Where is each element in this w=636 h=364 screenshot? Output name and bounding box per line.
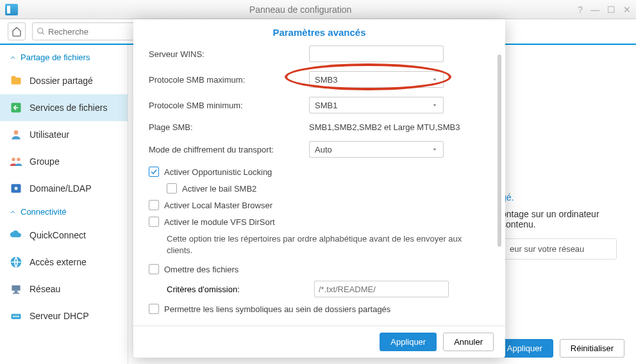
smb-min-select[interactable]: SMB1 [309, 97, 444, 113]
sidebar-item-network[interactable]: Réseau [0, 276, 128, 302]
smb2-lease-checkbox[interactable] [167, 183, 177, 194]
smb-range-value: SMB1,SMB2,SMB2 et Large MTU,SMB3 [309, 122, 490, 132]
sidebar-item-user[interactable]: Utilisateur [0, 121, 128, 148]
scrollbar[interactable] [498, 54, 501, 247]
home-button[interactable] [8, 22, 26, 40]
svg-point-5 [17, 158, 21, 161]
dialog-title: Paramètres avancés [133, 19, 505, 43]
ldap-icon [9, 181, 23, 195]
symlinks-checkbox[interactable] [149, 304, 159, 314]
user-icon [9, 128, 23, 142]
dhcp-icon [9, 309, 23, 323]
bg-line2: contenu. [501, 219, 617, 229]
svg-marker-18 [433, 149, 437, 151]
close-icon[interactable]: ✕ [623, 4, 631, 15]
svg-rect-10 [15, 291, 18, 293]
control-panel-window: Panneau de configuration ? — ☐ ✕ Partage… [0, 0, 636, 364]
vfs-dirsort-label: Activer le module VFS DirSort [164, 217, 275, 227]
globe-icon [9, 255, 23, 269]
chevron-up-icon [9, 54, 17, 62]
vfs-dirsort-desc: Cette option trie les répertoires par or… [167, 233, 490, 256]
svg-rect-9 [12, 285, 20, 290]
omit-criteria-label: Critères d'omission: [167, 285, 308, 294]
sidebar-item-external-access[interactable]: Accès externe [0, 249, 128, 276]
svg-marker-17 [433, 104, 437, 106]
sidebar: Partage de fichiers Dossier partagé Serv… [0, 45, 128, 364]
chevron-down-icon [431, 76, 438, 83]
minimize-icon[interactable]: — [590, 4, 599, 15]
chevron-down-icon [431, 146, 438, 153]
app-icon [5, 4, 18, 15]
chevron-down-icon [431, 102, 438, 108]
section-connectivity[interactable]: Connectivité [0, 202, 128, 222]
symlinks-label: Permettre les liens symboliques au sein … [164, 304, 390, 314]
sidebar-item-file-services[interactable]: Services de fichiers [0, 94, 128, 121]
omit-criteria-input[interactable] [314, 281, 449, 297]
maximize-icon[interactable]: ☐ [607, 4, 615, 15]
advanced-settings-dialog: Paramètres avancés Serveur WINS: Protoco… [133, 19, 505, 358]
omit-files-checkbox[interactable] [149, 264, 159, 274]
network-icon [9, 282, 23, 296]
omit-files-label: Omettre des fichiers [164, 265, 238, 274]
oplock-label: Activer Opportunistic Locking [164, 167, 272, 177]
folder-icon [9, 74, 23, 88]
file-services-icon [9, 101, 23, 115]
cloud-icon [9, 228, 23, 242]
dialog-cancel-button[interactable]: Annuler [443, 333, 494, 351]
svg-point-14 [15, 316, 17, 318]
section-file-sharing[interactable]: Partage de fichiers [0, 47, 128, 67]
transport-select[interactable]: Auto [309, 141, 444, 158]
sidebar-item-shared-folder[interactable]: Dossier partagé [0, 67, 128, 94]
bg-card: eur sur votre réseau [501, 238, 617, 260]
wins-label: Serveur WINS: [149, 49, 309, 59]
bg-link-fragment: gé. [501, 192, 617, 203]
svg-marker-16 [433, 79, 437, 81]
wins-input[interactable] [309, 46, 444, 62]
smb2-lease-label: Activer le bail SMB2 [182, 184, 256, 194]
oplock-checkbox[interactable] [149, 167, 159, 177]
svg-point-3 [14, 130, 19, 135]
window-title: Panneau de configuration [23, 4, 578, 15]
main-reset-button[interactable]: Réinitialiser [560, 339, 624, 358]
svg-point-13 [13, 316, 15, 318]
smb-max-select[interactable]: SMB3 [309, 71, 444, 88]
smb-min-label: Protocole SMB minimum: [149, 101, 309, 110]
svg-point-4 [12, 158, 15, 161]
transport-label: Mode de chiffrement du transport: [149, 145, 309, 154]
group-icon [9, 154, 23, 169]
dialog-apply-button[interactable]: Appliquer [380, 333, 437, 351]
sidebar-item-domain-ldap[interactable]: Domaine/LDAP [0, 175, 128, 202]
smb-range-label: Plage SMB: [149, 122, 309, 132]
local-master-label: Activer Local Master Browser [164, 201, 272, 210]
help-icon[interactable]: ? [578, 4, 583, 15]
smb-max-label: Protocole SMB maximum: [149, 75, 309, 85]
svg-rect-11 [13, 293, 19, 294]
sidebar-item-dhcp[interactable]: Serveur DHCP [0, 302, 128, 329]
sidebar-item-quickconnect[interactable]: QuickConnect [0, 222, 128, 249]
svg-point-0 [38, 28, 43, 33]
svg-line-1 [42, 33, 44, 35]
chevron-up-icon [9, 208, 17, 216]
search-icon [37, 27, 46, 36]
svg-point-7 [15, 187, 18, 190]
vfs-dirsort-checkbox[interactable] [149, 217, 159, 227]
svg-point-15 [17, 316, 19, 318]
local-master-checkbox[interactable] [149, 200, 159, 210]
sidebar-item-group[interactable]: Groupe [0, 148, 128, 175]
titlebar: Panneau de configuration ? — ☐ ✕ [0, 0, 636, 19]
home-icon [12, 26, 22, 37]
bg-line1: ontage sur un ordinateur [501, 209, 617, 219]
